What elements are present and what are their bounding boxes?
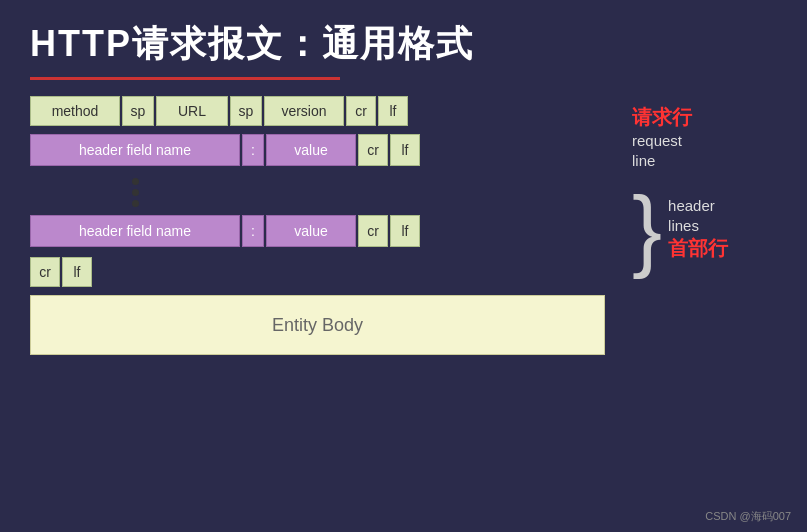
page-title: HTTP请求报文：通用格式 <box>30 20 777 69</box>
request-line-row: method sp URL sp version cr lf <box>30 96 620 126</box>
header-lines-cn: 首部行 <box>668 235 728 262</box>
right-section: 请求行 request line } header lines 首部行 <box>632 96 728 274</box>
diagram-left: method sp URL sp version cr lf header fi… <box>30 96 620 355</box>
header-lines-en2: lines <box>668 217 699 234</box>
cell-cr-req: cr <box>346 96 376 126</box>
request-line-label: 请求行 request line <box>632 104 692 170</box>
watermark: CSDN @海码007 <box>705 509 791 524</box>
request-line-en1: request <box>632 132 682 149</box>
header-lines-section: } header lines 首部行 <box>632 184 728 274</box>
diagram-area: method sp URL sp version cr lf header fi… <box>30 96 777 512</box>
header-row-1: header field name : value cr lf <box>30 134 620 166</box>
cell-header-name-2: header field name <box>30 215 240 247</box>
cell-cr-hdr-1: cr <box>358 134 388 166</box>
crlf-row: cr lf <box>30 257 620 287</box>
cell-value-2: value <box>266 215 356 247</box>
header-lines-en1: header <box>668 197 715 214</box>
cell-colon-2: : <box>242 215 264 247</box>
dot-1 <box>132 178 139 185</box>
header-row-2: header field name : value cr lf <box>30 215 620 247</box>
dots-row <box>30 174 240 211</box>
header-lines-en: header lines <box>668 196 715 235</box>
brace-icon: } <box>632 184 662 274</box>
title-underline <box>30 77 340 80</box>
entity-body: Entity Body <box>30 295 605 355</box>
cell-value-1: value <box>266 134 356 166</box>
cell-lf-final: lf <box>62 257 92 287</box>
cell-colon-1: : <box>242 134 264 166</box>
slide: HTTP请求报文：通用格式 method sp URL sp version c… <box>0 0 807 532</box>
dot-2 <box>132 189 139 196</box>
cell-sp-2: sp <box>230 96 262 126</box>
cell-lf-req: lf <box>378 96 408 126</box>
dot-3 <box>132 200 139 207</box>
cell-lf-hdr-2: lf <box>390 215 420 247</box>
request-line-en2: line <box>632 152 655 169</box>
cell-url: URL <box>156 96 228 126</box>
cell-lf-hdr-1: lf <box>390 134 420 166</box>
cell-version: version <box>264 96 344 126</box>
header-lines-label: header lines 首部行 <box>668 196 728 262</box>
cell-cr-final: cr <box>30 257 60 287</box>
request-line-en: request line <box>632 131 682 170</box>
cell-cr-hdr-2: cr <box>358 215 388 247</box>
cell-method: method <box>30 96 120 126</box>
request-line-cn: 请求行 <box>632 104 692 131</box>
cell-header-name-1: header field name <box>30 134 240 166</box>
cell-sp-1: sp <box>122 96 154 126</box>
